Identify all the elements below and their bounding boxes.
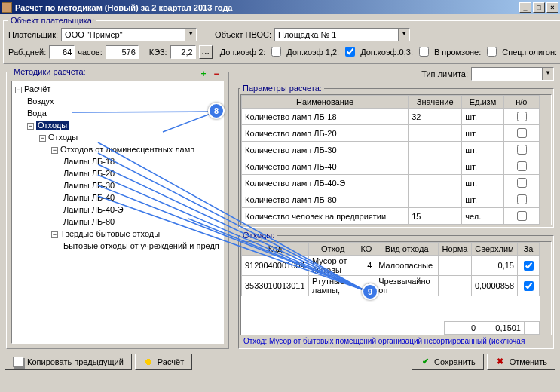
kez-label: КЭЗ: xyxy=(149,47,167,57)
no-checkbox[interactable] xyxy=(517,145,527,155)
tree-root[interactable]: Расчёт xyxy=(24,84,50,93)
titlebar: Расчет по методикам (Новый) за 2 квартал… xyxy=(0,0,560,14)
cancel-icon: ✖ xyxy=(495,357,506,367)
wastes-col-type: Вид отхода xyxy=(375,243,439,256)
minimize-button[interactable]: _ xyxy=(519,2,531,13)
tree-lamp20[interactable]: Лампы ЛБ-20 xyxy=(63,169,115,178)
collapse-icon[interactable]: − xyxy=(39,135,46,142)
tree-waste-sub[interactable]: Отходы xyxy=(48,133,78,142)
table-row[interactable]: Количество ламп ЛБ-20шт. xyxy=(242,125,540,142)
object-combo[interactable]: Площадка № 1▼ xyxy=(274,28,410,41)
no-checkbox[interactable] xyxy=(517,178,527,188)
collapse-icon[interactable]: − xyxy=(51,147,58,154)
chevron-down-icon[interactable]: ▼ xyxy=(185,29,196,41)
wastes-sum-over: 0,1501 xyxy=(479,322,525,335)
tree-water[interactable]: Вода xyxy=(27,109,47,118)
copy-prev-button[interactable]: Копировать предыдущий xyxy=(5,354,132,370)
limit-label: Тип лимита: xyxy=(421,69,468,78)
wastes-col-waste: Отход xyxy=(309,243,357,256)
no-checkbox[interactable] xyxy=(517,211,527,221)
kez-browse-button[interactable]: … xyxy=(199,45,213,59)
methods-legend: Методики расчета: xyxy=(11,67,88,76)
tree-solid[interactable]: Твердые бытовые отходы xyxy=(60,229,160,238)
tree-lamp80[interactable]: Лампы ЛБ-80 xyxy=(63,217,115,226)
params-col-name: Наименование xyxy=(242,96,409,109)
no-checkbox[interactable] xyxy=(517,112,527,121)
table-row[interactable]: Количество ламп ЛБ-40шт. xyxy=(242,158,540,175)
dop2-checkbox[interactable] xyxy=(271,47,281,57)
wastes-legend: Отходы: xyxy=(240,231,277,240)
wastes-col-code: Код xyxy=(242,243,309,256)
collapse-icon[interactable]: − xyxy=(15,87,22,93)
params-group: Параметры расчета: Наименование Значение… xyxy=(238,84,554,228)
wastes-col-ko: КО xyxy=(357,243,375,256)
tree-lamp40[interactable]: Лампы ЛБ-40 xyxy=(63,193,115,202)
table-row[interactable]: Количество ламп ЛБ-30шт. xyxy=(242,142,540,158)
payer-label: Плательщик: xyxy=(8,30,58,39)
params-col-unit: Ед.изм xyxy=(462,96,503,109)
hours-label: часов: xyxy=(78,47,103,57)
work-days-input[interactable] xyxy=(49,45,75,59)
copy-icon xyxy=(13,357,23,367)
save-button[interactable]: ✔Сохранить xyxy=(412,354,484,370)
close-button[interactable]: × xyxy=(546,2,558,13)
payer-combo[interactable]: ООО "Пример"▼ xyxy=(61,28,197,41)
tree-lum[interactable]: Отходов от люминесцентных ламп xyxy=(60,145,194,154)
tree-lamp30[interactable]: Лампы ЛБ-30 xyxy=(63,181,115,190)
params-table[interactable]: Наименование Значение Ед.изм н/о Количес… xyxy=(241,95,540,225)
wastes-col-za: За xyxy=(518,243,540,256)
wastes-scrollbar[interactable] xyxy=(540,242,551,335)
dop03-checkbox[interactable] xyxy=(419,47,429,57)
za-checkbox[interactable] xyxy=(524,261,534,271)
tree-solid-sub[interactable]: Бытовые отходы от учреждений и предп xyxy=(63,241,219,250)
chevron-down-icon[interactable]: ▼ xyxy=(398,29,409,41)
wastes-table[interactable]: Код Отход КО Вид отхода Норма Сверхлим З… xyxy=(241,242,540,296)
check-icon: ✔ xyxy=(420,357,430,367)
hours-input[interactable] xyxy=(106,45,139,59)
za-checkbox[interactable] xyxy=(524,281,534,291)
no-checkbox[interactable] xyxy=(517,194,527,204)
cancel-button[interactable]: ✖Отменить xyxy=(487,354,555,370)
dop2-label: Доп.коэф 2: xyxy=(220,47,266,57)
maximize-button[interactable]: □ xyxy=(533,2,545,13)
dop12-checkbox[interactable] xyxy=(345,47,355,57)
add-method-button[interactable]: + xyxy=(197,69,210,81)
tree-waste-selected[interactable]: Отходы xyxy=(36,121,69,130)
table-row[interactable]: 3533010013011Ртутные лампы,1Чрезвычайно … xyxy=(242,276,540,296)
table-row[interactable]: Количество ламп ЛБ-1832шт. xyxy=(242,109,540,125)
tree-lamp40e[interactable]: Лампы ЛБ-40-Э xyxy=(63,205,124,214)
object-label: Объект НВОС: xyxy=(215,30,271,39)
no-checkbox[interactable] xyxy=(517,161,527,171)
tree-air[interactable]: Воздух xyxy=(27,96,54,106)
remove-method-button[interactable]: − xyxy=(210,69,222,81)
no-checkbox[interactable] xyxy=(517,128,527,138)
collapse-icon[interactable]: − xyxy=(51,231,58,238)
tree-lamp18[interactable]: Лампы ЛБ-18 xyxy=(63,157,115,166)
methods-tree[interactable]: −Расчёт Воздух Вода −Отходы −Отходы −Отх… xyxy=(11,81,224,344)
params-col-val: Значение xyxy=(409,96,462,109)
table-row[interactable]: Количество человек на предприятии15чел. xyxy=(242,208,540,225)
app-icon xyxy=(2,2,12,13)
spec-label: Спец.полигон: xyxy=(502,47,557,57)
limit-combo[interactable]: ▼ xyxy=(471,67,554,81)
calc-button[interactable]: Расчёт xyxy=(135,354,192,370)
wastes-status: Отход: Мусор от бытовых помещений органи… xyxy=(240,335,552,347)
chevron-down-icon[interactable]: ▼ xyxy=(542,68,553,80)
params-scrollbar[interactable] xyxy=(540,95,551,225)
params-col-no: н/о xyxy=(503,96,539,109)
wastes-group: Отходы: Код Отход КО Вид отхода Норма Св… xyxy=(238,231,554,349)
kez-input[interactable] xyxy=(170,45,196,59)
wastes-col-over: Сверхлим xyxy=(471,243,517,256)
methods-group: Методики расчета: + − −Расчёт Воздух Вод… xyxy=(6,67,229,349)
wastes-sum-norm: 0 xyxy=(445,322,479,335)
work-days-label: Раб.дней: xyxy=(8,47,46,57)
table-row[interactable]: Количество ламп ЛБ-40-Эшт. xyxy=(242,175,540,191)
collapse-icon[interactable]: − xyxy=(27,123,34,130)
table-row[interactable]: Количество ламп ЛБ-80шт. xyxy=(242,191,540,208)
payer-legend: Объект плательщика: xyxy=(8,16,96,25)
vpromzone-checkbox[interactable] xyxy=(487,47,497,57)
calc-icon xyxy=(143,357,154,367)
table-row[interactable]: 9120040001004Мусор от бытовы4Малоопасные… xyxy=(242,256,540,276)
dop03-label: Доп.коэф.0,3: xyxy=(360,47,413,57)
payer-group: Объект плательщика: Плательщик: ООО "При… xyxy=(3,16,560,64)
